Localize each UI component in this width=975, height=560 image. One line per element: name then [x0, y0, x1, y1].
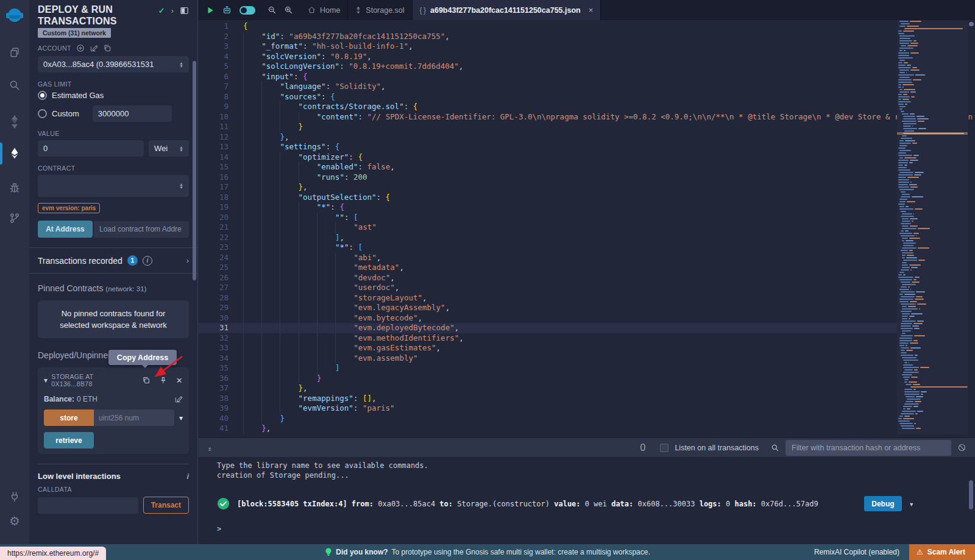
- code-line[interactable]: 26"devdoc",: [199, 273, 897, 283]
- code-line[interactable]: 18"outputSelection": {: [199, 193, 897, 203]
- low-level-info-icon[interactable]: i: [186, 472, 189, 481]
- code-line[interactable]: 13"settings": {: [199, 142, 897, 152]
- code-line[interactable]: 30"evm.bytecode",: [199, 313, 897, 324]
- git-icon[interactable]: [0, 206, 29, 230]
- store-expand-icon[interactable]: ▾: [179, 414, 183, 422]
- ai-assistant-icon[interactable]: [222, 5, 232, 15]
- code-line[interactable]: 23"*": [: [199, 243, 897, 253]
- terminal-prompt[interactable]: >: [217, 525, 221, 533]
- code-line[interactable]: 32"evm.methodIdentifiers",: [199, 333, 897, 344]
- terminal-search-icon[interactable]: [771, 444, 779, 452]
- filter-input[interactable]: Filter with transaction hash or address: [785, 440, 951, 456]
- copy-account-icon[interactable]: [103, 44, 112, 52]
- value-unit-select[interactable]: Wei ▲▼: [149, 140, 189, 157]
- code-line[interactable]: 38"remappings": [],: [199, 394, 897, 404]
- edit-account-icon[interactable]: [90, 44, 98, 52]
- code-line[interactable]: 36}: [199, 374, 897, 384]
- listen-checkbox[interactable]: [660, 444, 668, 452]
- edit-balance-icon[interactable]: [174, 395, 183, 403]
- close-tab-icon[interactable]: ×: [589, 5, 594, 15]
- remix-logo[interactable]: [0, 0, 29, 32]
- tab-storage-sol[interactable]: Storage.sol: [348, 0, 412, 20]
- contract-select[interactable]: ▲▼: [38, 175, 189, 197]
- code-line[interactable]: 11}: [199, 122, 897, 132]
- code-line[interactable]: 15"enabled": false,: [199, 162, 897, 172]
- retrieve-button[interactable]: retrieve: [44, 432, 94, 448]
- value-input[interactable]: 0: [38, 140, 144, 157]
- code-line[interactable]: 40}: [199, 414, 897, 424]
- code-line[interactable]: 12},: [199, 132, 897, 143]
- minimap[interactable]: [897, 20, 968, 434]
- code-line[interactable]: 5"solcLongVersion": "0.8.19+commit.7dd6d…: [199, 62, 897, 72]
- debugger-icon[interactable]: [0, 175, 29, 200]
- transaction-log-row[interactable]: [block:5583405 txIndex:4] from: 0xa03...…: [217, 496, 975, 511]
- code-line[interactable]: 33"evm.gasEstimates",: [199, 343, 897, 353]
- code-line[interactable]: 39"evmVersion": "paris": [199, 403, 897, 414]
- code-line[interactable]: 25"metadata",: [199, 263, 897, 273]
- panel-chevron-right-icon[interactable]: ›: [171, 6, 174, 15]
- panel-scrollbar[interactable]: [193, 61, 196, 280]
- tab-build-info-json[interactable]: { } a69b43f277ba20fcac141151250ca755.jso…: [413, 0, 601, 20]
- custom-gas-input[interactable]: 3000000: [93, 105, 172, 122]
- code-line[interactable]: 29"evm.legacyAssembly",: [199, 303, 897, 313]
- pin-contract-icon[interactable]: [159, 376, 168, 385]
- code-line[interactable]: 19"*": {: [199, 202, 897, 213]
- deploy-and-run-icon[interactable]: [0, 141, 29, 166]
- tab-home[interactable]: Home: [300, 0, 348, 20]
- code-line[interactable]: 37},: [199, 383, 897, 394]
- code-line[interactable]: 9"contracts/Storage.sol": {: [199, 102, 897, 112]
- panel-layout-icon[interactable]: [180, 6, 189, 15]
- code-line[interactable]: 10"content": "// SPDX-License-Identifier…: [199, 112, 897, 122]
- custom-gas-radio[interactable]: [38, 109, 47, 118]
- code-line[interactable]: 2"id": "a69b43f277ba20fcac141151250ca755…: [199, 32, 897, 42]
- store-arg-input[interactable]: uint256 num: [94, 409, 174, 426]
- terminal-scrollbar[interactable]: [969, 480, 973, 509]
- solidity-compiler-icon[interactable]: [0, 110, 29, 134]
- store-button[interactable]: store: [44, 409, 94, 426]
- code-line[interactable]: 4"solcVersion": "0.8.19",: [199, 52, 897, 62]
- estimated-gas-radio[interactable]: [38, 91, 47, 100]
- code-line[interactable]: 35]: [199, 363, 897, 374]
- code-line[interactable]: 41},: [199, 424, 897, 434]
- code-line[interactable]: 27"userdoc",: [199, 283, 897, 293]
- code-line[interactable]: 8"sources": {: [199, 92, 897, 102]
- code-line[interactable]: 1{: [199, 21, 897, 32]
- code-line[interactable]: 22],: [199, 233, 897, 243]
- transactions-expand-icon[interactable]: ›: [186, 256, 189, 265]
- value-unit-stepper-icon[interactable]: ▲▼: [179, 146, 183, 152]
- code-line[interactable]: 31"evm.deployedBytecode",: [199, 323, 897, 333]
- code-line[interactable]: 28"storageLayout",: [199, 293, 897, 303]
- editor-scrollbar[interactable]: [969, 22, 974, 26]
- load-contract-input[interactable]: Load contract from Addre: [94, 221, 189, 238]
- code-line[interactable]: 7"language": "Solidity",: [199, 82, 897, 92]
- clear-console-icon[interactable]: [957, 443, 966, 452]
- zoom-in-icon[interactable]: [284, 5, 293, 15]
- zoom-out-icon[interactable]: [268, 5, 277, 15]
- copilot-toggle[interactable]: [239, 6, 255, 15]
- tx-expand-icon[interactable]: ▾: [909, 499, 914, 509]
- code-editor[interactable]: 1{2"id": "a69b43f277ba20fcac141151250ca7…: [199, 20, 975, 438]
- file-explorer-icon[interactable]: [0, 40, 29, 65]
- contract-stepper-icon[interactable]: ▲▼: [179, 183, 183, 189]
- code-line[interactable]: 34"evm.assembly": [199, 353, 897, 364]
- contract-collapse-icon[interactable]: ▾: [44, 376, 48, 385]
- code-line[interactable]: 6"input": {: [199, 72, 897, 82]
- terminal-collapse-icon[interactable]: ⌄⌄: [207, 445, 212, 451]
- code-line[interactable]: 3"_format": "hh-sol-build-info-1",: [199, 41, 897, 52]
- add-account-icon[interactable]: [76, 44, 85, 52]
- code-line[interactable]: 17},: [199, 182, 897, 193]
- transact-button[interactable]: Transact: [143, 497, 189, 514]
- code-line[interactable]: 16"runs": 200: [199, 172, 897, 183]
- account-stepper-icon[interactable]: ▲▼: [179, 62, 183, 68]
- code-line[interactable]: 21"ast": [199, 222, 897, 233]
- at-address-button[interactable]: At Address: [38, 221, 93, 238]
- transactions-info-icon[interactable]: i: [143, 256, 152, 266]
- copy-address-icon[interactable]: [142, 376, 151, 385]
- code-line[interactable]: 14"optimizer": {: [199, 152, 897, 163]
- plugin-manager-icon[interactable]: [0, 484, 29, 509]
- calldata-input[interactable]: [38, 497, 138, 514]
- account-select[interactable]: 0xA03...85ac4 (0.39866531531 ▲▼: [38, 56, 189, 73]
- debug-button[interactable]: Debug: [864, 496, 901, 511]
- code-line[interactable]: 24"abi",: [199, 253, 897, 263]
- code-line[interactable]: 20"": [: [199, 213, 897, 223]
